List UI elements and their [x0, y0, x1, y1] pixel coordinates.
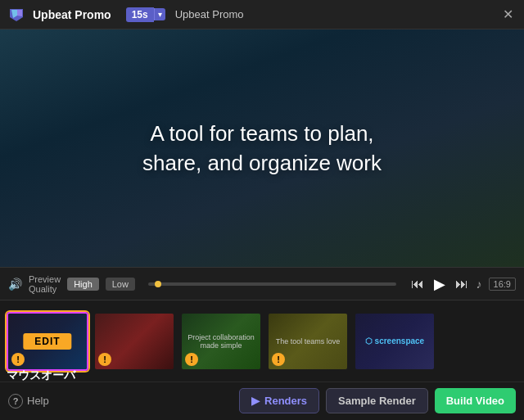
timeline-playhead	[155, 281, 161, 287]
duration-badge[interactable]: 15s	[126, 7, 154, 22]
play-button[interactable]: ▶	[432, 275, 447, 293]
aspect-ratio-label: 16:9	[489, 278, 516, 291]
thumbnail-4[interactable]: The tool teams love !	[267, 312, 349, 371]
video-main-text: A tool for teams to plan, share, and org…	[142, 119, 382, 178]
sample-render-label: Sample Render	[338, 395, 416, 407]
thumb-5-logo: ⬡ screenspace	[365, 336, 424, 345]
hover-label: マウスオーバ	[7, 368, 75, 383]
project-name: Upbeat Promo	[175, 8, 244, 20]
thumb-3-text: Project collaboration made simple	[182, 330, 260, 353]
warning-icon-2: !	[98, 353, 111, 366]
renders-icon: ▶	[251, 395, 260, 407]
thumbnail-1[interactable]: EDIT !	[7, 312, 88, 371]
thumb-4-text: The tool teams love	[273, 334, 344, 349]
sample-render-button[interactable]: Sample Render	[326, 388, 428, 413]
help-label: Help	[27, 395, 49, 407]
low-quality-button[interactable]: Low	[106, 278, 135, 291]
action-buttons: ▶ Renders Sample Render Build Video	[239, 388, 516, 413]
svg-marker-2	[17, 10, 22, 16]
warning-icon-3: !	[185, 353, 198, 366]
renders-label: Renders	[264, 395, 307, 407]
controls-bar: 🔊 PreviewQuality High Low ⏮ ▶ ⏭ ♪ 16:9	[0, 267, 524, 300]
music-icon[interactable]: ♪	[477, 278, 482, 291]
edit-overlay: EDIT	[23, 333, 71, 350]
thumbnail-5[interactable]: ⬡ screenspace	[354, 312, 436, 371]
app-logo-icon	[8, 6, 26, 24]
transport-controls: ⏮ ▶ ⏭	[409, 275, 470, 293]
preview-quality-label: PreviewQuality	[29, 274, 61, 294]
forward-button[interactable]: ⏭	[454, 277, 470, 291]
renders-button[interactable]: ▶ Renders	[239, 388, 319, 413]
volume-icon[interactable]: 🔊	[8, 278, 22, 291]
question-icon: ?	[8, 394, 23, 409]
app-title: Upbeat Promo	[33, 8, 111, 21]
close-button[interactable]: ✕	[499, 7, 516, 22]
thumbnail-2[interactable]: !	[93, 312, 175, 371]
build-video-button[interactable]: Build Video	[435, 388, 516, 413]
warning-icon-1: !	[11, 353, 25, 366]
footer: ? Help ▶ Renders Sample Render Build Vid…	[0, 382, 524, 419]
build-video-label: Build Video	[446, 395, 504, 407]
thumbnail-3[interactable]: Project collaboration made simple !	[180, 312, 262, 371]
help-button[interactable]: ? Help	[8, 394, 49, 409]
title-bar: Upbeat Promo 15s ▾ Upbeat Promo ✕	[0, 0, 524, 29]
rewind-button[interactable]: ⏮	[409, 277, 426, 291]
timeline-track[interactable]	[148, 282, 396, 286]
warning-icon-4: !	[272, 353, 285, 366]
video-preview: A tool for teams to plan, share, and org…	[0, 29, 524, 267]
high-quality-button[interactable]: High	[67, 278, 99, 291]
duration-dropdown[interactable]: ▾	[154, 8, 165, 20]
thumbnail-strip: EDIT ! ! Project collaboration made simp…	[0, 300, 524, 382]
